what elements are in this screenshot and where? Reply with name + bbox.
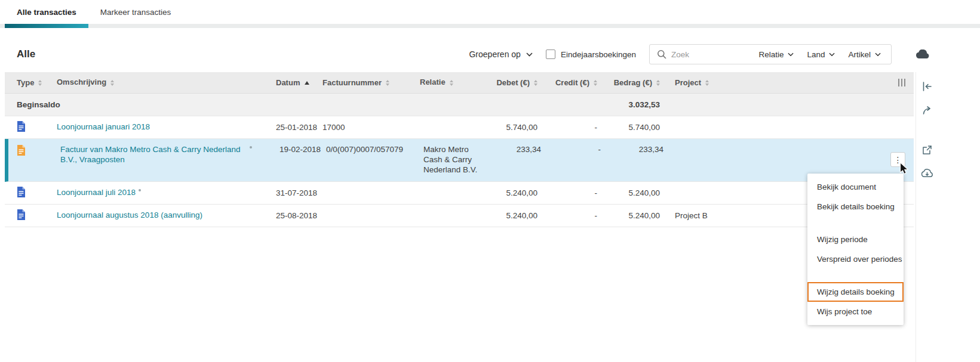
- search-input[interactable]: [671, 50, 749, 59]
- journal-document-icon: [17, 187, 26, 197]
- chevron-down-icon: [788, 52, 794, 57]
- transaction-link[interactable]: Loonjournaal juli 2018: [57, 188, 136, 198]
- description-cell: Loonjournaal augustus 2018 (aanvulling): [57, 211, 276, 221]
- sort-icon: [705, 80, 709, 86]
- credit-cell: -: [541, 145, 601, 154]
- transactions-page: Alle transacties Markeer transacties All…: [0, 0, 980, 362]
- chevron-down-icon: [875, 52, 881, 57]
- debit-cell: 5.740,00: [489, 123, 537, 132]
- amount-cell: 5.740,00: [597, 123, 660, 132]
- column-settings-cell: [744, 79, 914, 86]
- invoice-number-cell: 0/0(007)0007/057079: [326, 145, 423, 154]
- column-header-debet[interactable]: Debet (€): [489, 78, 537, 87]
- tab-strip-divider: [0, 24, 980, 28]
- journal-document-icon: [17, 209, 26, 220]
- column-label: Type: [17, 78, 34, 87]
- sort-asc-icon: [305, 81, 309, 85]
- column-header-type[interactable]: Type: [5, 78, 57, 87]
- chevron-down-icon: [829, 52, 835, 57]
- collapse-panel-button[interactable]: [920, 79, 935, 94]
- menu-item-wijs-project-toe[interactable]: Wijs project toe: [807, 302, 904, 321]
- amount-cell: 5.240,00: [597, 211, 660, 220]
- type-cell: [5, 209, 57, 222]
- date-cell: 25-01-2018: [276, 123, 322, 132]
- chevron-down-icon: [526, 52, 533, 57]
- menu-item-wijzig-details-boeking[interactable]: Wijzig details boeking: [807, 282, 904, 302]
- kebab-icon: ⋮: [894, 155, 902, 165]
- column-header-omschrijving[interactable]: Omschrijving: [57, 78, 276, 87]
- row-actions-menu-button[interactable]: ⋮: [890, 152, 905, 167]
- checkbox-box-icon[interactable]: [546, 49, 555, 59]
- actions-cell: ⋮: [747, 145, 914, 167]
- menu-item-bekijk-document[interactable]: Bekijk document: [807, 177, 904, 197]
- tab-label: Markeer transacties: [100, 8, 171, 17]
- cloud-download-button[interactable]: [920, 166, 935, 181]
- column-header-relatie[interactable]: Relatie: [420, 78, 489, 87]
- invoice-document-icon: [17, 145, 26, 156]
- page-title: Alle: [17, 48, 35, 60]
- debit-cell: 233,34: [492, 145, 541, 154]
- sort-icon: [386, 80, 389, 86]
- toolbar-right: Groeperen op Eindejaarsboekingen Relatie…: [469, 44, 929, 64]
- search-filter-bar: Relatie Land Artikel: [649, 44, 892, 64]
- year-end-bookings-checkbox[interactable]: Eindejaarsboekingen: [546, 49, 636, 59]
- download-cloud-button[interactable]: [916, 49, 929, 60]
- collapse-right-icon: [922, 82, 932, 91]
- credit-cell: -: [537, 211, 597, 220]
- invoice-number-cell: 17000: [322, 123, 420, 132]
- transactions-table: Type Omschrijving Datum Factuurnummer Re…: [5, 72, 914, 227]
- column-label: Bedrag (€): [614, 78, 652, 87]
- toolbar: Alle Groeperen op Eindejaarsboekingen Re…: [0, 44, 980, 65]
- open-external-button[interactable]: [920, 143, 935, 157]
- menu-group-divider: [807, 269, 904, 282]
- transaction-row[interactable]: Loonjournaal januari 2018 25-01-2018 170…: [5, 116, 914, 139]
- tab-markeer-transacties[interactable]: Markeer transacties: [88, 0, 183, 24]
- opening-balance-row: Beginsaldo 3.032,53: [5, 94, 914, 116]
- column-header-factuurnummer[interactable]: Factuurnummer: [322, 78, 420, 87]
- column-header-project[interactable]: Project: [660, 78, 744, 87]
- sort-icon: [38, 80, 42, 86]
- row-context-menu: Bekijk document Bekijk details boeking W…: [807, 174, 904, 325]
- tab-alle-transacties[interactable]: Alle transacties: [5, 0, 88, 24]
- column-label: Credit (€): [555, 78, 589, 87]
- project-cell: Project B: [660, 211, 744, 220]
- transaction-link[interactable]: Loonjournaal augustus 2018 (aanvulling): [57, 211, 202, 221]
- column-label: Relatie: [420, 78, 446, 87]
- transaction-link[interactable]: Factuur van Makro Metro Cash & Carry Ned…: [60, 145, 247, 165]
- menu-item-wijzig-periode[interactable]: Wijzig periode: [807, 230, 904, 249]
- amount-cell: 233,34: [601, 145, 663, 154]
- transaction-row[interactable]: Loonjournaal juli 2018 31-07-2018 5.240,…: [5, 182, 914, 205]
- note-marker-icon: [139, 189, 141, 191]
- credit-cell: -: [537, 188, 597, 197]
- filter-artikel-dropdown[interactable]: Artikel: [844, 50, 885, 59]
- debit-cell: 5.240,00: [489, 211, 537, 220]
- column-header-datum[interactable]: Datum: [276, 78, 322, 87]
- debit-cell: 5.240,00: [489, 188, 537, 197]
- column-label: Debet (€): [496, 78, 530, 87]
- redo-arrow-icon: [922, 106, 933, 115]
- menu-item-bekijk-details-boeking[interactable]: Bekijk details boeking: [807, 197, 904, 216]
- column-header-bedrag[interactable]: Bedrag (€): [597, 78, 660, 87]
- column-header-credit[interactable]: Credit (€): [537, 78, 597, 87]
- type-cell: [5, 121, 57, 134]
- filter-land-dropdown[interactable]: Land: [803, 50, 839, 59]
- column-label: Project: [675, 78, 701, 87]
- column-label: Datum: [276, 78, 300, 87]
- note-marker-icon: [250, 146, 252, 148]
- columns-settings-icon[interactable]: [898, 79, 906, 86]
- open-external-icon: [922, 145, 932, 155]
- date-cell: 31-07-2018: [276, 188, 322, 197]
- transaction-row-selected[interactable]: Factuur van Makro Metro Cash & Carry Ned…: [5, 139, 914, 182]
- checkbox-label: Eindejaarsboekingen: [561, 50, 636, 59]
- redo-button[interactable]: [920, 103, 935, 117]
- journal-document-icon: [17, 121, 26, 132]
- transaction-row[interactable]: Loonjournaal augustus 2018 (aanvulling) …: [5, 205, 914, 227]
- group-by-dropdown[interactable]: Groeperen op: [469, 49, 532, 59]
- transaction-link[interactable]: Loonjournaal januari 2018: [57, 122, 150, 132]
- type-cell: [8, 145, 60, 157]
- filter-relatie-dropdown[interactable]: Relatie: [754, 50, 798, 59]
- description-cell: Factuur van Makro Metro Cash & Carry Ned…: [60, 145, 279, 165]
- opening-balance-amount: 3.032,53: [597, 100, 660, 109]
- filter-label: Land: [807, 50, 825, 59]
- menu-item-verspreid-over-periodes[interactable]: Verspreid over periodes: [807, 249, 904, 269]
